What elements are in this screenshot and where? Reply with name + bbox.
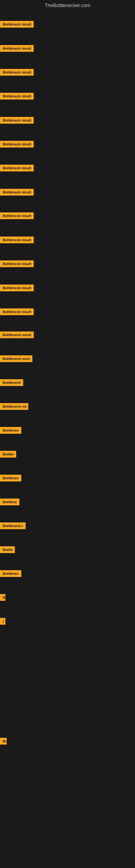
bottleneck-item-9: Bottleneck result xyxy=(0,204,135,228)
bottleneck-item-4: Bottleneck result xyxy=(0,84,135,108)
bottleneck-badge-14[interactable]: Bottleneck result xyxy=(0,332,34,338)
bottleneck-item-23: Bottle xyxy=(0,538,135,562)
bottleneck-item-25: B xyxy=(0,586,135,610)
bottleneck-item-24: Bottlenec xyxy=(0,562,135,586)
bottleneck-badge-17[interactable]: Bottleneck res xyxy=(0,403,28,410)
bottleneck-item-13: Bottleneck result xyxy=(0,300,135,324)
bottleneck-item-29 xyxy=(0,681,135,705)
bottleneck-badge-15[interactable]: Bottleneck resul xyxy=(0,355,32,362)
site-title: TheBottlenecker.com xyxy=(0,0,135,12)
bottleneck-item-14: Bottleneck result xyxy=(0,323,135,347)
bottleneck-item-10: Bottleneck result xyxy=(0,228,135,252)
bottleneck-item-8: Bottleneck result xyxy=(0,180,135,204)
bottleneck-item-5: Bottleneck result xyxy=(0,108,135,132)
bottleneck-item-2: Bottleneck result xyxy=(0,37,135,61)
bottleneck-badge-4[interactable]: Bottleneck result xyxy=(0,93,34,99)
bottleneck-badge-12[interactable]: Bottleneck result xyxy=(0,284,34,291)
bottleneck-badge-11[interactable]: Bottleneck result xyxy=(0,260,34,267)
bottleneck-item-22: Bottleneck r xyxy=(0,514,135,538)
bottleneck-item-28 xyxy=(0,657,135,681)
bottleneck-item-35 xyxy=(0,849,135,868)
bottleneck-badge-21[interactable]: Bottlene xyxy=(0,499,19,505)
bottleneck-badge-18[interactable]: Bottlenec xyxy=(0,427,21,434)
bottleneck-badge-30[interactable]: Bo xyxy=(0,738,7,745)
bottleneck-item-26: | xyxy=(0,610,135,633)
bottleneck-item-1: Bottleneck result xyxy=(0,12,135,36)
bottleneck-item-18: Bottlenec xyxy=(0,418,135,442)
bottleneck-badge-7[interactable]: Bottleneck result xyxy=(0,165,34,172)
bottleneck-badge-9[interactable]: Bottleneck result xyxy=(0,212,34,219)
bottleneck-badge-24[interactable]: Bottlenec xyxy=(0,570,21,577)
bottleneck-item-20: Bottlenec xyxy=(0,466,135,490)
bottleneck-badge-20[interactable]: Bottlenec xyxy=(0,475,21,482)
bottleneck-badge-10[interactable]: Bottleneck result xyxy=(0,237,34,243)
bottleneck-item-3: Bottleneck result xyxy=(0,61,135,84)
bottleneck-item-15: Bottleneck resul xyxy=(0,347,135,371)
bottleneck-badge-19[interactable]: Bottler xyxy=(0,451,16,458)
bottleneck-badge-22[interactable]: Bottleneck r xyxy=(0,522,26,529)
bottleneck-item-33 xyxy=(0,801,135,825)
bottleneck-badge-26[interactable]: | xyxy=(0,618,5,625)
bottleneck-badge-6[interactable]: Bottleneck result xyxy=(0,141,34,148)
bottleneck-item-27 xyxy=(0,633,135,657)
bottleneck-item-7: Bottleneck result xyxy=(0,156,135,180)
bottleneck-badge-2[interactable]: Bottleneck result xyxy=(0,45,34,52)
bottleneck-item-34 xyxy=(0,825,135,849)
bottleneck-badge-1[interactable]: Bottleneck result xyxy=(0,21,34,28)
bottleneck-badge-8[interactable]: Bottleneck result xyxy=(0,189,34,195)
bottleneck-badge-13[interactable]: Bottleneck result xyxy=(0,308,34,315)
bottleneck-badge-23[interactable]: Bottle xyxy=(0,546,15,553)
bottleneck-badge-3[interactable]: Bottleneck result xyxy=(0,69,34,76)
bottleneck-item-16: Bottleneck xyxy=(0,371,135,395)
bottleneck-item-21: Bottlene xyxy=(0,490,135,514)
bottleneck-badge-25[interactable]: B xyxy=(0,594,5,601)
bottleneck-item-32 xyxy=(0,777,135,801)
bottleneck-item-31 xyxy=(0,753,135,777)
bottleneck-item-17: Bottleneck res xyxy=(0,395,135,418)
bottleneck-item-12: Bottleneck result xyxy=(0,276,135,300)
bottleneck-item-19: Bottler xyxy=(0,442,135,466)
bottleneck-item-30: Bo xyxy=(0,730,135,753)
bottleneck-item-11: Bottleneck result xyxy=(0,252,135,276)
bottleneck-badge-5[interactable]: Bottleneck result xyxy=(0,117,34,124)
bottleneck-item-6: Bottleneck result xyxy=(0,132,135,156)
bottleneck-badge-16[interactable]: Bottleneck xyxy=(0,379,23,386)
